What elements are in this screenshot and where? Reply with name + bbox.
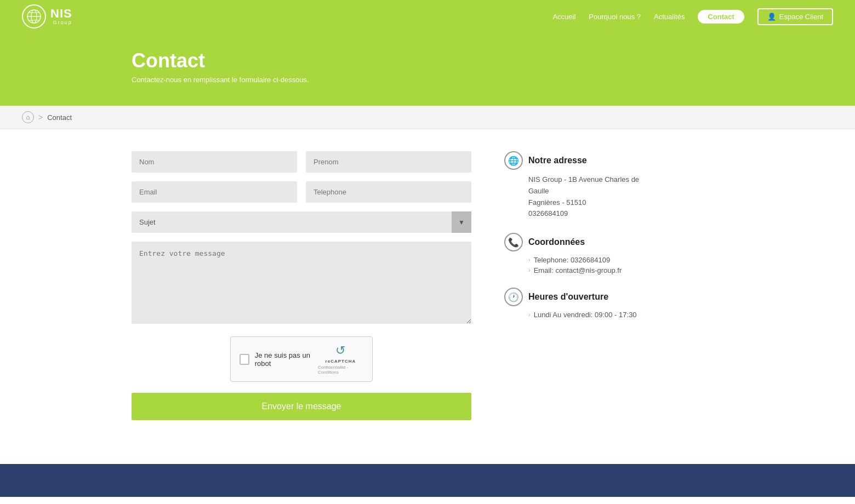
captcha-checkbox[interactable] <box>240 354 249 365</box>
hours-section: 🕐 Heures d'ouverture › Lundi Au vendredi… <box>504 288 647 319</box>
contact-form: Sujet ▼ Je ne suis pas un robot ↺ reCAPT… <box>132 151 471 420</box>
espace-client-label: Espace Client <box>779 13 823 21</box>
nav-actualites[interactable]: Actualités <box>654 13 685 21</box>
contact-info-sidebar: 🌐 Notre adresse NIS Group - 1B Avenue Ch… <box>504 151 647 332</box>
main-nav: Accueil Pourquoi nous ? Actualités Conta… <box>552 8 833 25</box>
message-textarea[interactable] <box>132 242 471 324</box>
telephone-item: › Telephone: 0326684109 <box>528 256 647 264</box>
hours-item: › Lundi Au vendredi: 09:00 - 17:30 <box>528 311 647 319</box>
address-section: 🌐 Notre adresse NIS Group - 1B Avenue Ch… <box>504 151 647 220</box>
nom-input[interactable] <box>132 151 297 173</box>
hours-value: Lundi Au vendredi: 09:00 - 17:30 <box>534 311 637 319</box>
email-input[interactable] <box>132 181 297 203</box>
hours-title-row: 🕐 Heures d'ouverture <box>504 288 647 306</box>
chevron-phone-icon: › <box>528 256 531 263</box>
logo-sub: Group <box>50 20 72 25</box>
address-line1: NIS Group - 1B Avenue Charles de Gaulle <box>528 174 647 197</box>
recaptcha-links: Confidentialité - Conditions <box>318 365 363 375</box>
page-title: Contact <box>132 49 833 72</box>
hero-subtitle: Contactez-nous en remplissant le formula… <box>132 76 833 84</box>
address-line3: 0326684109 <box>528 208 647 220</box>
address-line2: Fagnières - 51510 <box>528 197 647 209</box>
address-title-row: 🌐 Notre adresse <box>504 151 647 170</box>
logo[interactable]: NIS Group <box>22 4 72 28</box>
captcha-left: Je ne suis pas un robot <box>240 351 318 368</box>
footer-teaser <box>0 464 855 497</box>
chevron-email-icon: › <box>528 267 531 273</box>
name-row <box>132 151 471 173</box>
captcha-label: Je ne suis pas un robot <box>255 351 318 368</box>
telephone-value: Telephone: 0326684109 <box>534 256 611 264</box>
main-content: Sujet ▼ Je ne suis pas un robot ↺ reCAPT… <box>0 129 855 442</box>
sujet-select[interactable]: Sujet <box>132 211 471 233</box>
contact-row <box>132 181 471 203</box>
nav-contact-active[interactable]: Contact <box>698 10 744 24</box>
logo-circle <box>22 4 46 28</box>
coords-title-row: 📞 Coordonnées <box>504 233 647 251</box>
recaptcha-icon: ↺ <box>335 343 345 358</box>
chevron-hours-icon: › <box>528 311 531 318</box>
address-heading: Notre adresse <box>528 156 587 165</box>
nav-accueil[interactable]: Accueil <box>552 13 575 21</box>
captcha-right: ↺ reCAPTCHA Confidentialité - Conditions <box>318 343 363 375</box>
captcha-wrap: Je ne suis pas un robot ↺ reCAPTCHA Conf… <box>132 336 471 382</box>
espace-client-button[interactable]: 👤 Espace Client <box>757 8 833 25</box>
captcha-box: Je ne suis pas un robot ↺ reCAPTCHA Conf… <box>230 336 373 382</box>
nav-pourquoi[interactable]: Pourquoi nous ? <box>589 13 641 21</box>
user-icon: 👤 <box>767 13 776 21</box>
sujet-wrap: Sujet ▼ <box>132 211 471 233</box>
email-value: Email: contact@nis-group.fr <box>534 266 622 274</box>
breadcrumb-separator: > <box>38 113 43 122</box>
prenom-input[interactable] <box>306 151 471 173</box>
telephone-input[interactable] <box>306 181 471 203</box>
coords-section: 📞 Coordonnées › Telephone: 0326684109 › … <box>504 233 647 274</box>
send-button[interactable]: Envoyer le message <box>132 393 471 420</box>
hours-heading: Heures d'ouverture <box>528 292 608 302</box>
coords-heading: Coordonnées <box>528 237 585 247</box>
email-item: › Email: contact@nis-group.fr <box>528 266 647 274</box>
phone-icon: 📞 <box>504 233 523 251</box>
breadcrumb: ⌂ > Contact <box>0 106 855 129</box>
breadcrumb-home-icon[interactable]: ⌂ <box>22 111 34 123</box>
address-icon: 🌐 <box>504 151 523 170</box>
clock-icon: 🕐 <box>504 288 523 306</box>
recaptcha-brand: reCAPTCHA <box>326 359 356 364</box>
address-text: NIS Group - 1B Avenue Charles de Gaulle … <box>528 174 647 220</box>
breadcrumb-current: Contact <box>47 113 72 122</box>
hero-section: Contact Contactez-nous en remplissant le… <box>0 33 855 106</box>
logo-name: NIS <box>50 7 72 20</box>
header: NIS Group Accueil Pourquoi nous ? Actual… <box>0 0 855 33</box>
